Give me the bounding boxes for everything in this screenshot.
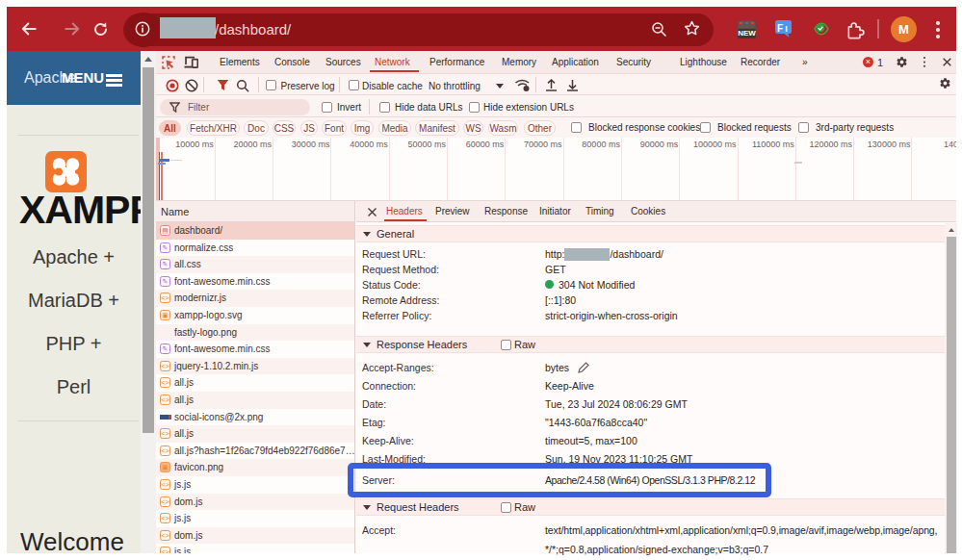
svg-text:F: F bbox=[777, 23, 783, 34]
svg-text:I: I bbox=[785, 24, 788, 34]
